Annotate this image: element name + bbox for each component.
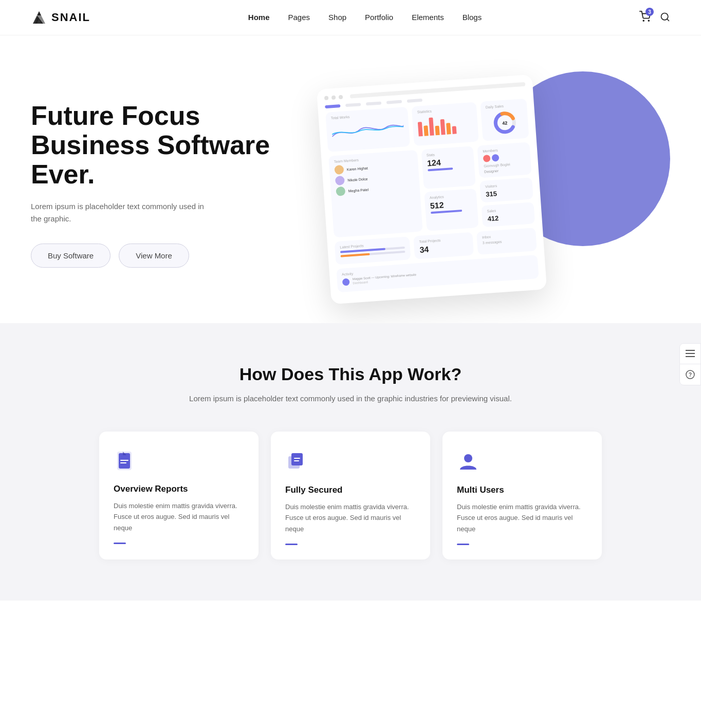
features-cards: Overview Reports Duis molestie enim matt… (31, 432, 670, 559)
feature-divider-0 (114, 543, 126, 544)
brand-name: SNAIL (51, 11, 90, 24)
svg-point-2 (643, 20, 644, 21)
svg-point-18 (464, 454, 472, 462)
nav-right: 3 (639, 11, 670, 24)
feature-title-1: Fully Secured (285, 485, 416, 495)
nav-shop[interactable]: Shop (328, 13, 346, 22)
sidebar-menu-button[interactable] (680, 344, 700, 364)
sidebar-help-button[interactable]: ? (680, 364, 700, 385)
nav-blogs[interactable]: Blogs (463, 13, 482, 22)
users-icon (457, 450, 587, 475)
hero-section: Future Focus Business Software Ever. Lor… (0, 35, 701, 323)
features-heading: How Does This App Work? (31, 364, 670, 384)
feature-card-users: Multi Users Duis molestie enim mattis gr… (442, 432, 602, 559)
hero-text: Future Focus Business Software Ever. Lor… (31, 101, 299, 268)
cart-count: 3 (645, 8, 654, 16)
feature-divider-1 (285, 544, 298, 545)
svg-line-5 (667, 18, 669, 21)
buy-software-button[interactable]: Buy Software (31, 244, 110, 268)
nav-portfolio[interactable]: Portfolio (365, 13, 393, 22)
features-section: How Does This App Work? Lorem ipsum is p… (0, 323, 701, 601)
view-more-button[interactable]: View More (119, 244, 189, 268)
feature-card-secured: Fully Secured Duis molestie enim mattis … (271, 432, 430, 559)
feature-desc-2: Duis molestie enim mattis gravida viverr… (457, 501, 587, 534)
search-button[interactable] (660, 12, 670, 24)
nav-home[interactable]: Home (248, 13, 270, 22)
cart-button[interactable]: 3 (639, 11, 651, 24)
feature-title-2: Multi Users (457, 485, 587, 495)
svg-text:?: ? (689, 372, 692, 378)
feature-card-overview: Overview Reports Duis molestie enim matt… (99, 432, 259, 559)
shield-icon (285, 450, 416, 475)
nav-elements[interactable]: Elements (412, 13, 444, 22)
nav-pages[interactable]: Pages (288, 13, 310, 22)
hero-buttons: Buy Software View More (31, 244, 299, 268)
hero-visual: Total Works Statistics (319, 66, 670, 303)
feature-divider-2 (457, 544, 469, 545)
feature-desc-1: Duis molestie enim mattis gravida viverr… (285, 501, 416, 534)
feature-desc-0: Duis molestie enim mattis gravida viverr… (114, 500, 244, 533)
svg-text:42: 42 (502, 120, 508, 126)
hero-subtitle: Lorem ipsum is placeholder text commonly… (31, 200, 206, 225)
feature-title-0: Overview Reports (114, 484, 244, 494)
logo[interactable]: SNAIL (31, 9, 90, 26)
nav-links: Home Pages Shop Portfolio Elements Blogs (248, 13, 482, 22)
sidebar-tools: ? (679, 343, 701, 385)
features-subtext: Lorem ipsum is placeholder text commonly… (31, 393, 670, 405)
file-icon (114, 450, 244, 474)
svg-rect-15 (291, 453, 303, 465)
main-nav: SNAIL Home Pages Shop Portfolio Elements… (0, 0, 701, 35)
svg-point-3 (648, 20, 649, 21)
dashboard-mockup: Total Works Statistics (317, 74, 547, 304)
hero-title: Future Focus Business Software Ever. (31, 101, 299, 190)
